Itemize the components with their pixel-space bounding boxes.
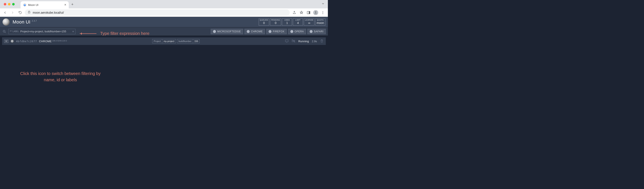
stat-value: 0 [275, 21, 276, 25]
url-input[interactable]: moon.aerokube.local/ui/ [25, 10, 290, 16]
stat-box-quota: QUOTAmoon [315, 19, 325, 26]
menu-icon[interactable] [320, 10, 326, 16]
browser-pill-label: FIREFOX [273, 30, 284, 33]
app-title: Moon UI [12, 19, 30, 25]
window-minimize-icon[interactable] [8, 3, 10, 6]
tag-value: 155 [193, 39, 199, 43]
browser-pill-label: SAFARI [314, 30, 324, 33]
stat-value: 4 [297, 21, 299, 25]
delete-session-icon[interactable] [320, 39, 324, 44]
window-controls [4, 3, 15, 6]
browser-chrome: Moon UI × + moon.aerokube.local/ui/ [0, 0, 328, 17]
filter-mode-toggle-icon[interactable] [2, 29, 7, 34]
nav-reload-button[interactable] [17, 10, 23, 16]
annotation-filter-toggle: Click this icon to switch between filter… [14, 70, 106, 83]
nav-forward-button [10, 10, 16, 16]
tab-strip: Moon UI × + [0, 0, 328, 9]
tab-title: Moon UI [28, 3, 63, 7]
session-tags: Projectmy-projectbuildNumber155 [69, 39, 283, 43]
stat-label: QUOTA [317, 19, 324, 21]
stat-box-queued: QUEUED0 [259, 19, 269, 26]
tag-key: buildNumber [177, 39, 193, 43]
browser-filter-chrome[interactable]: CHROME [244, 29, 265, 34]
session-status: Running [298, 40, 309, 43]
url-text: moon.aerokube.local/ui/ [33, 11, 64, 14]
svg-point-7 [323, 13, 323, 14]
browser-filter-safari[interactable]: SAFARI [307, 29, 326, 34]
svg-rect-11 [285, 40, 288, 42]
stat-label: PENDING [271, 19, 280, 21]
stat-box-limit: LIMIT4 [293, 19, 303, 26]
filter-bar: BYLABEL Project=my-project, buildNumber=… [0, 27, 328, 36]
filter-mode-label: BYLABEL [10, 30, 19, 33]
session-tag: buildNumber155 [177, 39, 200, 43]
session-time: 2.9s [312, 40, 317, 43]
browser-icon [247, 30, 250, 33]
tag-value: my-project [162, 39, 176, 43]
video-off-icon [292, 39, 296, 44]
svg-point-8 [3, 30, 5, 32]
stat-box-pending: PENDING0 [270, 19, 281, 26]
session-row[interactable]: SE 4bfd8e7c2677 CHROME106.0.5249.119-2 P… [2, 37, 326, 45]
browser-filter-microsoftedge[interactable]: MICROSOFTEDGE [211, 29, 243, 34]
browser-icon [213, 30, 216, 33]
stat-label: LIMIT [296, 19, 300, 21]
chrome-icon [10, 40, 14, 43]
new-tab-button[interactable]: + [71, 2, 74, 7]
stat-value: 0 [263, 21, 265, 25]
filter-value: Project=my-project, buildNumber=155 [20, 30, 71, 33]
browser-icon [310, 30, 312, 33]
window-close-icon[interactable] [4, 3, 6, 6]
nav-back-button[interactable] [2, 10, 8, 16]
browser-icon [290, 30, 293, 33]
svg-point-10 [12, 41, 12, 42]
browser-tab[interactable]: Moon UI × [20, 1, 69, 9]
window-maximize-icon[interactable] [12, 3, 15, 6]
stat-boxes: QUEUED0PENDING0USED1LIMIT4LICENSE∞QUOTAm… [259, 19, 325, 26]
browser-filter-pills: MICROSOFTEDGECHROMEFIREFOXOPERASAFARI [211, 29, 326, 34]
browser-pill-label: MICROSOFTEDGE [217, 30, 241, 33]
screen-icon [285, 39, 289, 44]
browser-pill-label: OPERA [294, 30, 304, 33]
stat-label: QUEUED [260, 19, 268, 21]
stat-label: USED [284, 19, 290, 21]
share-icon[interactable] [292, 10, 297, 16]
svg-point-6 [323, 12, 323, 13]
browser-pill-label: CHROME [251, 30, 263, 33]
session-browser: CHROME106.0.5249.119-2 [39, 40, 67, 43]
lock-icon [28, 11, 30, 14]
browser-filter-firefox[interactable]: FIREFOX [266, 29, 287, 34]
filter-clear-icon[interactable]: × [72, 30, 74, 33]
panel-icon[interactable] [306, 10, 312, 16]
svg-point-5 [323, 11, 323, 12]
bookmark-icon[interactable] [298, 10, 304, 16]
stat-value: ∞ [308, 21, 310, 25]
address-bar: moon.aerokube.local/ui/ [0, 9, 328, 17]
stat-label: LICENSE [305, 19, 314, 21]
browser-filter-opera[interactable]: OPERA [288, 29, 306, 34]
moon-logo-icon [2, 19, 10, 26]
stat-box-used: USED1 [282, 19, 292, 26]
tab-favicon-icon [23, 3, 26, 7]
stat-value: 1 [286, 21, 288, 25]
tab-close-icon[interactable]: × [64, 3, 66, 7]
tabs-dropdown-icon[interactable] [321, 2, 325, 6]
app-header: Moon UI 2.3.7 QUEUED0PENDING0USED1LIMIT4… [0, 17, 328, 27]
sessions-list: SE 4bfd8e7c2677 CHROME106.0.5249.119-2 P… [0, 36, 328, 47]
filter-input[interactable]: BYLABEL Project=my-project, buildNumber=… [8, 29, 76, 34]
profile-button[interactable] [313, 10, 319, 16]
session-id: 4bfd8e7c2677 [16, 40, 37, 43]
stat-value: moon [316, 21, 324, 25]
avatar-icon [313, 10, 318, 15]
app-version: 2.3.7 [32, 20, 37, 22]
tag-key: Project [152, 39, 162, 43]
session-tag: Projectmy-project [152, 39, 176, 43]
svg-rect-3 [309, 11, 310, 14]
stat-box-license: LICENSE∞ [304, 19, 314, 26]
browser-icon [268, 30, 272, 33]
svg-point-4 [315, 11, 316, 12]
selenium-badge: SE [4, 40, 8, 43]
